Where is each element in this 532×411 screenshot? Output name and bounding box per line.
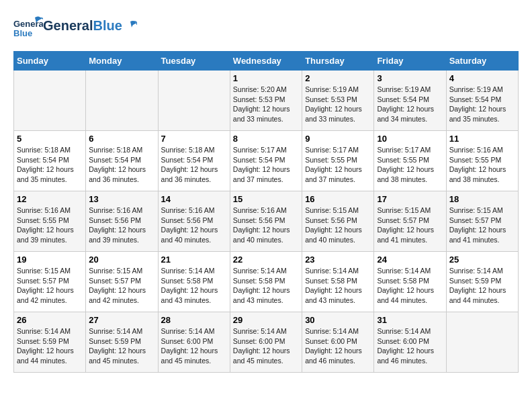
calendar-week-row: 1Sunrise: 5:20 AM Sunset: 5:53 PM Daylig… <box>14 71 519 131</box>
calendar-cell: 10Sunrise: 5:17 AM Sunset: 5:55 PM Dayli… <box>374 131 446 191</box>
day-number: 8 <box>233 134 299 144</box>
day-info: Sunrise: 5:17 AM Sunset: 5:54 PM Dayligh… <box>233 145 299 185</box>
calendar-cell <box>446 312 518 373</box>
day-number: 27 <box>89 315 154 325</box>
day-number: 10 <box>377 134 443 144</box>
day-info: Sunrise: 5:14 AM Sunset: 6:00 PM Dayligh… <box>377 326 443 366</box>
calendar-cell: 31Sunrise: 5:14 AM Sunset: 6:00 PM Dayli… <box>374 312 446 373</box>
calendar-week-row: 5Sunrise: 5:18 AM Sunset: 5:54 PM Daylig… <box>14 131 519 191</box>
logo: General Blue General Blue <box>13 13 137 43</box>
calendar-cell: 25Sunrise: 5:14 AM Sunset: 5:59 PM Dayli… <box>446 252 518 312</box>
day-number: 16 <box>305 194 371 204</box>
day-number: 21 <box>161 255 227 265</box>
day-number: 12 <box>17 194 83 204</box>
day-info: Sunrise: 5:14 AM Sunset: 5:59 PM Dayligh… <box>449 266 515 306</box>
day-info: Sunrise: 5:14 AM Sunset: 6:00 PM Dayligh… <box>305 326 371 366</box>
day-info: Sunrise: 5:15 AM Sunset: 5:57 PM Dayligh… <box>89 266 154 306</box>
day-info: Sunrise: 5:16 AM Sunset: 5:56 PM Dayligh… <box>161 205 227 245</box>
day-info: Sunrise: 5:16 AM Sunset: 5:55 PM Dayligh… <box>449 145 515 185</box>
day-info: Sunrise: 5:19 AM Sunset: 5:54 PM Dayligh… <box>377 85 443 124</box>
day-info: Sunrise: 5:17 AM Sunset: 5:55 PM Dayligh… <box>377 145 443 185</box>
day-number: 26 <box>17 315 83 325</box>
day-info: Sunrise: 5:14 AM Sunset: 5:58 PM Dayligh… <box>305 266 371 306</box>
day-info: Sunrise: 5:14 AM Sunset: 5:58 PM Dayligh… <box>161 266 227 306</box>
day-info: Sunrise: 5:14 AM Sunset: 5:58 PM Dayligh… <box>377 266 443 306</box>
day-number: 11 <box>449 134 515 144</box>
day-number: 31 <box>377 315 443 325</box>
calendar-cell <box>14 71 86 131</box>
logo-blue: Blue <box>93 18 122 34</box>
calendar-cell: 13Sunrise: 5:16 AM Sunset: 5:56 PM Dayli… <box>86 191 158 252</box>
calendar-cell: 4Sunrise: 5:19 AM Sunset: 5:54 PM Daylig… <box>446 71 518 131</box>
day-header-friday: Friday <box>374 52 446 71</box>
day-info: Sunrise: 5:18 AM Sunset: 5:54 PM Dayligh… <box>17 145 83 185</box>
day-header-thursday: Thursday <box>302 52 374 71</box>
calendar-cell: 29Sunrise: 5:14 AM Sunset: 6:00 PM Dayli… <box>230 312 302 373</box>
day-info: Sunrise: 5:20 AM Sunset: 5:53 PM Dayligh… <box>233 85 299 124</box>
calendar-cell: 9Sunrise: 5:17 AM Sunset: 5:55 PM Daylig… <box>302 131 374 191</box>
calendar-cell: 23Sunrise: 5:14 AM Sunset: 5:58 PM Dayli… <box>302 252 374 312</box>
calendar-week-row: 19Sunrise: 5:15 AM Sunset: 5:57 PM Dayli… <box>14 252 519 312</box>
calendar-cell: 15Sunrise: 5:16 AM Sunset: 5:56 PM Dayli… <box>230 191 302 252</box>
day-info: Sunrise: 5:16 AM Sunset: 5:56 PM Dayligh… <box>233 205 299 245</box>
day-header-monday: Monday <box>86 52 158 71</box>
calendar-cell: 8Sunrise: 5:17 AM Sunset: 5:54 PM Daylig… <box>230 131 302 191</box>
calendar-cell: 22Sunrise: 5:14 AM Sunset: 5:58 PM Dayli… <box>230 252 302 312</box>
svg-text:General: General <box>13 19 43 29</box>
day-info: Sunrise: 5:19 AM Sunset: 5:53 PM Dayligh… <box>305 85 371 124</box>
day-info: Sunrise: 5:15 AM Sunset: 5:56 PM Dayligh… <box>305 205 371 245</box>
day-number: 25 <box>449 255 515 265</box>
day-number: 23 <box>305 255 371 265</box>
calendar-cell: 30Sunrise: 5:14 AM Sunset: 6:00 PM Dayli… <box>302 312 374 373</box>
day-number: 19 <box>17 255 83 265</box>
calendar-cell: 5Sunrise: 5:18 AM Sunset: 5:54 PM Daylig… <box>14 131 86 191</box>
calendar-cell: 19Sunrise: 5:15 AM Sunset: 5:57 PM Dayli… <box>14 252 86 312</box>
day-info: Sunrise: 5:14 AM Sunset: 6:00 PM Dayligh… <box>233 326 299 366</box>
day-number: 15 <box>233 194 299 204</box>
calendar-week-row: 12Sunrise: 5:16 AM Sunset: 5:55 PM Dayli… <box>14 191 519 252</box>
logo-general: General <box>43 18 93 34</box>
day-number: 6 <box>89 134 154 144</box>
day-header-saturday: Saturday <box>446 52 518 71</box>
calendar-cell: 12Sunrise: 5:16 AM Sunset: 5:55 PM Dayli… <box>14 191 86 252</box>
calendar-header-row: SundayMondayTuesdayWednesdayThursdayFrid… <box>14 52 519 71</box>
svg-text:Blue: Blue <box>13 28 32 38</box>
calendar-cell: 24Sunrise: 5:14 AM Sunset: 5:58 PM Dayli… <box>374 252 446 312</box>
day-number: 4 <box>449 73 515 83</box>
day-number: 22 <box>233 255 299 265</box>
logo-bird-icon <box>124 19 137 32</box>
day-info: Sunrise: 5:18 AM Sunset: 5:54 PM Dayligh… <box>161 145 227 185</box>
day-info: Sunrise: 5:18 AM Sunset: 5:54 PM Dayligh… <box>89 145 154 185</box>
calendar-cell: 1Sunrise: 5:20 AM Sunset: 5:53 PM Daylig… <box>230 71 302 131</box>
day-number: 30 <box>305 315 371 325</box>
calendar-cell: 18Sunrise: 5:15 AM Sunset: 5:57 PM Dayli… <box>446 191 518 252</box>
day-info: Sunrise: 5:15 AM Sunset: 5:57 PM Dayligh… <box>17 266 83 306</box>
calendar-cell: 20Sunrise: 5:15 AM Sunset: 5:57 PM Dayli… <box>86 252 158 312</box>
calendar-table: SundayMondayTuesdayWednesdayThursdayFrid… <box>13 51 519 373</box>
day-info: Sunrise: 5:16 AM Sunset: 5:56 PM Dayligh… <box>89 205 154 245</box>
day-info: Sunrise: 5:19 AM Sunset: 5:54 PM Dayligh… <box>449 85 515 124</box>
day-number: 7 <box>161 134 227 144</box>
calendar-cell: 2Sunrise: 5:19 AM Sunset: 5:53 PM Daylig… <box>302 71 374 131</box>
day-info: Sunrise: 5:15 AM Sunset: 5:57 PM Dayligh… <box>377 205 443 245</box>
day-number: 9 <box>305 134 371 144</box>
calendar-cell: 6Sunrise: 5:18 AM Sunset: 5:54 PM Daylig… <box>86 131 158 191</box>
logo-icon: General Blue <box>13 13 43 43</box>
day-info: Sunrise: 5:15 AM Sunset: 5:57 PM Dayligh… <box>449 205 515 245</box>
calendar-cell <box>158 71 230 131</box>
day-number: 28 <box>161 315 227 325</box>
calendar-cell: 21Sunrise: 5:14 AM Sunset: 5:58 PM Dayli… <box>158 252 230 312</box>
day-number: 3 <box>377 73 443 83</box>
calendar-cell <box>86 71 158 131</box>
calendar-cell: 11Sunrise: 5:16 AM Sunset: 5:55 PM Dayli… <box>446 131 518 191</box>
day-header-tuesday: Tuesday <box>158 52 230 71</box>
calendar-cell: 28Sunrise: 5:14 AM Sunset: 6:00 PM Dayli… <box>158 312 230 373</box>
calendar-cell: 17Sunrise: 5:15 AM Sunset: 5:57 PM Dayli… <box>374 191 446 252</box>
day-number: 2 <box>305 73 371 83</box>
day-header-sunday: Sunday <box>14 52 86 71</box>
day-info: Sunrise: 5:14 AM Sunset: 5:59 PM Dayligh… <box>17 326 83 366</box>
day-info: Sunrise: 5:16 AM Sunset: 5:55 PM Dayligh… <box>17 205 83 245</box>
calendar-cell: 27Sunrise: 5:14 AM Sunset: 5:59 PM Dayli… <box>86 312 158 373</box>
page-header: General Blue General Blue <box>13 13 519 43</box>
calendar-cell: 26Sunrise: 5:14 AM Sunset: 5:59 PM Dayli… <box>14 312 86 373</box>
